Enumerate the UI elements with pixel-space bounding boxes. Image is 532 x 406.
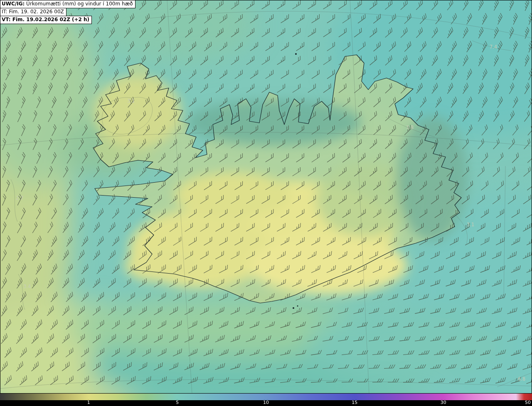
colorbar-tick-label: 5 [176,400,179,406]
product-title: Úrkomumætti (mm) og vindur í 100m hæð [25,1,133,7]
colorbar-tick-label: 30 [441,400,446,406]
init-time-line: IT: Fim. 19. 02. 2026 00Z [0,8,66,16]
contour-label: 3.4 [23,284,31,289]
colorbar-tick-label: 15 [352,400,357,406]
weather-map-app: 3.17.43.82.73.13.46.8 UWC/IG: Úrkomumætt… [0,0,532,406]
map-graphic: 3.17.43.82.73.13.46.8 [0,0,532,394]
colorbar: 1510153050 [0,394,532,406]
contour-label: 3.1 [467,222,474,227]
valid-time-line: VT: Fim. 19.02.2026 02Z (+2 h) [0,16,92,24]
colorbar-tick-label: 10 [263,400,269,406]
colorbar-tick-label: 50 [525,400,532,406]
colorbar-labels: 1510153050 [0,400,532,406]
colorbar-gradient [0,394,532,400]
contour-label: 7.4 [490,44,497,50]
contour-label: 2.7 [16,195,23,201]
model-name: UWC/IG: [2,1,25,7]
contour-label: 3.8 [406,125,414,130]
map-title-box: UWC/IG: Úrkomumætti (mm) og vindur í 100… [0,0,135,24]
product-title-line: UWC/IG: Úrkomumætti (mm) og vindur í 100… [0,0,135,8]
contour-label: 6.8 [518,376,525,382]
colorbar-tick-label: 1 [87,400,90,406]
contour-label: 3.1 [127,98,135,104]
map-canvas: 3.17.43.82.73.13.46.8 UWC/IG: Úrkomumætt… [0,0,532,394]
